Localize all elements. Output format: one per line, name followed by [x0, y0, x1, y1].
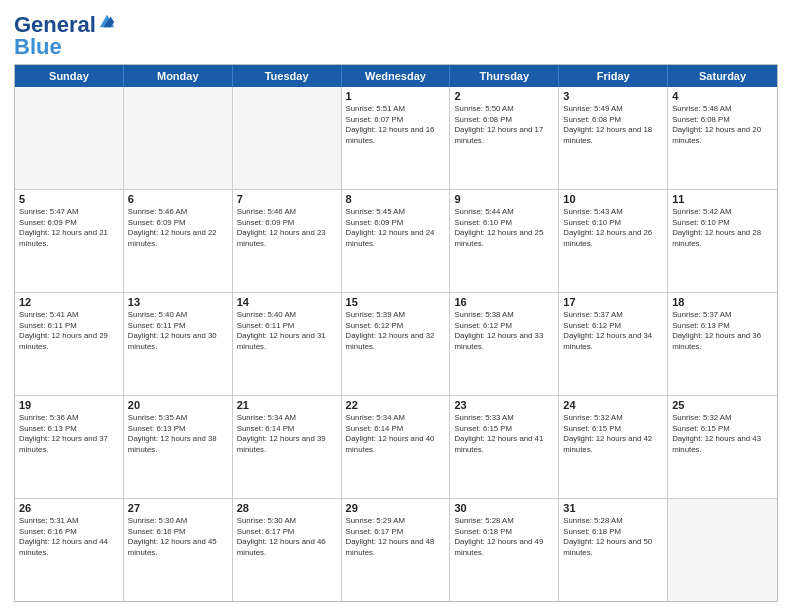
day-number: 18: [672, 296, 773, 308]
day-number: 23: [454, 399, 554, 411]
cell-info: Sunrise: 5:50 AM Sunset: 6:08 PM Dayligh…: [454, 104, 554, 146]
logo-text-line2: Blue: [14, 34, 62, 59]
empty-cell: [15, 87, 124, 189]
day-cell-9: 9Sunrise: 5:44 AM Sunset: 6:10 PM Daylig…: [450, 190, 559, 292]
day-number: 13: [128, 296, 228, 308]
empty-cell: [668, 499, 777, 601]
weekday-header-saturday: Saturday: [668, 65, 777, 87]
cell-info: Sunrise: 5:33 AM Sunset: 6:15 PM Dayligh…: [454, 413, 554, 455]
day-number: 17: [563, 296, 663, 308]
cell-info: Sunrise: 5:47 AM Sunset: 6:09 PM Dayligh…: [19, 207, 119, 249]
cell-info: Sunrise: 5:51 AM Sunset: 6:07 PM Dayligh…: [346, 104, 446, 146]
day-cell-11: 11Sunrise: 5:42 AM Sunset: 6:10 PM Dayli…: [668, 190, 777, 292]
cell-info: Sunrise: 5:28 AM Sunset: 6:18 PM Dayligh…: [563, 516, 663, 558]
cell-info: Sunrise: 5:46 AM Sunset: 6:09 PM Dayligh…: [237, 207, 337, 249]
cell-info: Sunrise: 5:29 AM Sunset: 6:17 PM Dayligh…: [346, 516, 446, 558]
calendar-row-2: 12Sunrise: 5:41 AM Sunset: 6:11 PM Dayli…: [15, 292, 777, 395]
cell-info: Sunrise: 5:34 AM Sunset: 6:14 PM Dayligh…: [346, 413, 446, 455]
cell-info: Sunrise: 5:37 AM Sunset: 6:13 PM Dayligh…: [672, 310, 773, 352]
day-number: 22: [346, 399, 446, 411]
day-number: 1: [346, 90, 446, 102]
day-cell-25: 25Sunrise: 5:32 AM Sunset: 6:15 PM Dayli…: [668, 396, 777, 498]
day-cell-30: 30Sunrise: 5:28 AM Sunset: 6:18 PM Dayli…: [450, 499, 559, 601]
day-cell-19: 19Sunrise: 5:36 AM Sunset: 6:13 PM Dayli…: [15, 396, 124, 498]
calendar-body: 1Sunrise: 5:51 AM Sunset: 6:07 PM Daylig…: [15, 87, 777, 601]
day-number: 30: [454, 502, 554, 514]
day-cell-3: 3Sunrise: 5:49 AM Sunset: 6:08 PM Daylig…: [559, 87, 668, 189]
day-cell-16: 16Sunrise: 5:38 AM Sunset: 6:12 PM Dayli…: [450, 293, 559, 395]
cell-info: Sunrise: 5:34 AM Sunset: 6:14 PM Dayligh…: [237, 413, 337, 455]
day-cell-17: 17Sunrise: 5:37 AM Sunset: 6:12 PM Dayli…: [559, 293, 668, 395]
day-cell-22: 22Sunrise: 5:34 AM Sunset: 6:14 PM Dayli…: [342, 396, 451, 498]
day-number: 6: [128, 193, 228, 205]
cell-info: Sunrise: 5:42 AM Sunset: 6:10 PM Dayligh…: [672, 207, 773, 249]
cell-info: Sunrise: 5:38 AM Sunset: 6:12 PM Dayligh…: [454, 310, 554, 352]
cell-info: Sunrise: 5:48 AM Sunset: 6:08 PM Dayligh…: [672, 104, 773, 146]
cell-info: Sunrise: 5:45 AM Sunset: 6:09 PM Dayligh…: [346, 207, 446, 249]
logo-icon: [98, 12, 116, 30]
day-number: 7: [237, 193, 337, 205]
cell-info: Sunrise: 5:35 AM Sunset: 6:13 PM Dayligh…: [128, 413, 228, 455]
day-number: 4: [672, 90, 773, 102]
calendar-row-0: 1Sunrise: 5:51 AM Sunset: 6:07 PM Daylig…: [15, 87, 777, 189]
day-number: 24: [563, 399, 663, 411]
cell-info: Sunrise: 5:32 AM Sunset: 6:15 PM Dayligh…: [563, 413, 663, 455]
day-number: 10: [563, 193, 663, 205]
day-cell-26: 26Sunrise: 5:31 AM Sunset: 6:16 PM Dayli…: [15, 499, 124, 601]
day-cell-10: 10Sunrise: 5:43 AM Sunset: 6:10 PM Dayli…: [559, 190, 668, 292]
calendar-row-4: 26Sunrise: 5:31 AM Sunset: 6:16 PM Dayli…: [15, 498, 777, 601]
day-cell-23: 23Sunrise: 5:33 AM Sunset: 6:15 PM Dayli…: [450, 396, 559, 498]
cell-info: Sunrise: 5:44 AM Sunset: 6:10 PM Dayligh…: [454, 207, 554, 249]
day-cell-24: 24Sunrise: 5:32 AM Sunset: 6:15 PM Dayli…: [559, 396, 668, 498]
day-number: 21: [237, 399, 337, 411]
day-number: 25: [672, 399, 773, 411]
day-number: 15: [346, 296, 446, 308]
day-number: 14: [237, 296, 337, 308]
day-cell-13: 13Sunrise: 5:40 AM Sunset: 6:11 PM Dayli…: [124, 293, 233, 395]
cell-info: Sunrise: 5:40 AM Sunset: 6:11 PM Dayligh…: [237, 310, 337, 352]
empty-cell: [124, 87, 233, 189]
calendar: SundayMondayTuesdayWednesdayThursdayFrid…: [14, 64, 778, 602]
day-cell-29: 29Sunrise: 5:29 AM Sunset: 6:17 PM Dayli…: [342, 499, 451, 601]
day-number: 5: [19, 193, 119, 205]
cell-info: Sunrise: 5:32 AM Sunset: 6:15 PM Dayligh…: [672, 413, 773, 455]
day-number: 9: [454, 193, 554, 205]
day-cell-2: 2Sunrise: 5:50 AM Sunset: 6:08 PM Daylig…: [450, 87, 559, 189]
day-cell-6: 6Sunrise: 5:46 AM Sunset: 6:09 PM Daylig…: [124, 190, 233, 292]
cell-info: Sunrise: 5:30 AM Sunset: 6:16 PM Dayligh…: [128, 516, 228, 558]
day-number: 26: [19, 502, 119, 514]
cell-info: Sunrise: 5:36 AM Sunset: 6:13 PM Dayligh…: [19, 413, 119, 455]
day-cell-7: 7Sunrise: 5:46 AM Sunset: 6:09 PM Daylig…: [233, 190, 342, 292]
weekday-header-friday: Friday: [559, 65, 668, 87]
day-cell-12: 12Sunrise: 5:41 AM Sunset: 6:11 PM Dayli…: [15, 293, 124, 395]
cell-info: Sunrise: 5:41 AM Sunset: 6:11 PM Dayligh…: [19, 310, 119, 352]
weekday-header-monday: Monday: [124, 65, 233, 87]
weekday-header-thursday: Thursday: [450, 65, 559, 87]
cell-info: Sunrise: 5:37 AM Sunset: 6:12 PM Dayligh…: [563, 310, 663, 352]
day-number: 27: [128, 502, 228, 514]
day-cell-1: 1Sunrise: 5:51 AM Sunset: 6:07 PM Daylig…: [342, 87, 451, 189]
day-number: 16: [454, 296, 554, 308]
logo: General Blue: [14, 14, 116, 58]
day-number: 20: [128, 399, 228, 411]
day-number: 31: [563, 502, 663, 514]
calendar-row-3: 19Sunrise: 5:36 AM Sunset: 6:13 PM Dayli…: [15, 395, 777, 498]
weekday-header-sunday: Sunday: [15, 65, 124, 87]
cell-info: Sunrise: 5:30 AM Sunset: 6:17 PM Dayligh…: [237, 516, 337, 558]
day-cell-4: 4Sunrise: 5:48 AM Sunset: 6:08 PM Daylig…: [668, 87, 777, 189]
day-number: 19: [19, 399, 119, 411]
day-cell-15: 15Sunrise: 5:39 AM Sunset: 6:12 PM Dayli…: [342, 293, 451, 395]
cell-info: Sunrise: 5:28 AM Sunset: 6:18 PM Dayligh…: [454, 516, 554, 558]
day-cell-8: 8Sunrise: 5:45 AM Sunset: 6:09 PM Daylig…: [342, 190, 451, 292]
day-cell-20: 20Sunrise: 5:35 AM Sunset: 6:13 PM Dayli…: [124, 396, 233, 498]
page: General Blue SundayMondayTuesdayWednesda…: [0, 0, 792, 612]
day-number: 28: [237, 502, 337, 514]
calendar-header: SundayMondayTuesdayWednesdayThursdayFrid…: [15, 65, 777, 87]
cell-info: Sunrise: 5:46 AM Sunset: 6:09 PM Dayligh…: [128, 207, 228, 249]
day-number: 2: [454, 90, 554, 102]
empty-cell: [233, 87, 342, 189]
weekday-header-wednesday: Wednesday: [342, 65, 451, 87]
cell-info: Sunrise: 5:39 AM Sunset: 6:12 PM Dayligh…: [346, 310, 446, 352]
header: General Blue: [14, 10, 778, 58]
cell-info: Sunrise: 5:40 AM Sunset: 6:11 PM Dayligh…: [128, 310, 228, 352]
